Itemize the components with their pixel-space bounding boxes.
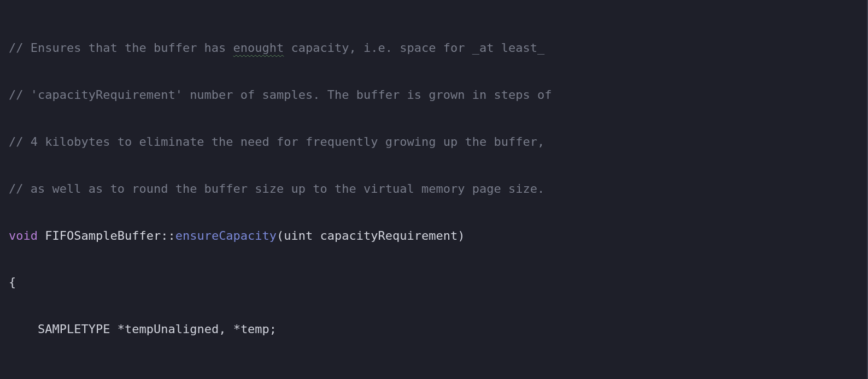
type: SAMPLETYPE bbox=[38, 318, 110, 341]
keyword-void: void bbox=[9, 224, 38, 248]
code-line: // 4 kilobytes to eliminate the need for… bbox=[0, 131, 867, 154]
code-line: // 'capacityRequirement' number of sampl… bbox=[0, 84, 867, 107]
comment: // 'capacityRequirement' number of sampl… bbox=[9, 84, 552, 107]
code-line bbox=[0, 365, 867, 379]
comment: // 4 kilobytes to eliminate the need for… bbox=[9, 131, 544, 154]
comment: // as well as to round the buffer size u… bbox=[9, 177, 544, 201]
code-line: // as well as to round the buffer size u… bbox=[0, 177, 867, 201]
code-line: // Ensures that the buffer has enought c… bbox=[0, 37, 867, 60]
comment: // Ensures that the buffer has enought c… bbox=[9, 37, 544, 60]
class-name: FIFOSampleBuffer bbox=[45, 224, 161, 248]
parameter: capacityRequirement bbox=[320, 224, 458, 248]
code-editor[interactable]: // Ensures that the buffer has enought c… bbox=[0, 0, 868, 379]
method-name: ensureCapacity bbox=[175, 224, 277, 248]
code-line: void FIFOSampleBuffer::ensureCapacity(ui… bbox=[0, 224, 867, 247]
code-line: { bbox=[0, 271, 867, 294]
code-line: SAMPLETYPE *tempUnaligned, *temp; bbox=[0, 318, 867, 341]
